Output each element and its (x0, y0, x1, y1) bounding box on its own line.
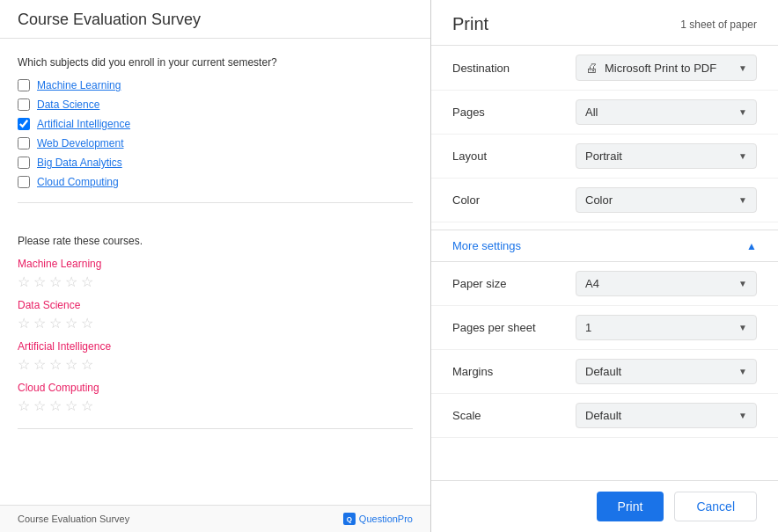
star-1[interactable]: ☆ (18, 273, 30, 290)
checkbox-wd-label[interactable]: Web Development (37, 137, 124, 149)
checkbox-cloud: Cloud Computing (18, 176, 413, 188)
survey-content: Which subjects did you enroll in your cu… (0, 39, 430, 505)
margins-label: Margins (452, 365, 576, 378)
destination-select-wrapper: 🖨 Microsoft Print to PDF ▼ (576, 55, 757, 81)
print-sheet-info: 1 sheet of paper (680, 18, 757, 31)
margins-select-wrapper: Default ▼ (576, 359, 757, 384)
rating-cc: Cloud Computing ☆ ☆ ☆ ☆ ☆ (18, 382, 413, 414)
star-3[interactable]: ☆ (49, 273, 62, 290)
print-header: Print 1 sheet of paper (431, 0, 778, 46)
checkbox-bd-input[interactable] (18, 157, 30, 169)
color-select-wrapper: Color ▼ (576, 187, 757, 213)
layout-select-wrapper: Portrait ▼ (576, 143, 757, 169)
pages-select[interactable]: All ▼ (576, 99, 757, 125)
checkbox-ai: Artificial Intelligence (18, 118, 413, 130)
margins-value: Default (585, 365, 621, 378)
pages-value: All (585, 106, 598, 119)
checkbox-cc-input[interactable] (18, 176, 30, 188)
scale-select[interactable]: Default ▼ (576, 403, 757, 428)
checkbox-ai-label[interactable]: Artificial Intelligence (37, 118, 130, 130)
checkbox-ds-label[interactable]: Data Science (37, 98, 99, 111)
star-3[interactable]: ☆ (49, 356, 62, 373)
course-name-ml: Machine Learning (18, 258, 413, 270)
star-1[interactable]: ☆ (18, 397, 30, 414)
paper-size-select[interactable]: A4 ▼ (576, 271, 757, 296)
checkbox-ml-label[interactable]: Machine Learning (37, 79, 121, 91)
star-1[interactable]: ☆ (18, 315, 30, 332)
rating-ds: Data Science ☆ ☆ ☆ ☆ ☆ (18, 299, 413, 332)
scale-select-wrapper: Default ▼ (576, 403, 757, 428)
color-chevron: ▼ (738, 195, 747, 205)
checkbox-wd-input[interactable] (18, 137, 30, 149)
paper-size-label: Paper size (452, 277, 576, 290)
footer-title: Course Evaluation Survey (18, 514, 129, 524)
star-5[interactable]: ☆ (81, 315, 93, 332)
margins-select[interactable]: Default ▼ (576, 359, 757, 384)
destination-value: Microsoft Print to PDF (605, 62, 716, 75)
print-row-paper-size: Paper size A4 ▼ (431, 262, 778, 306)
survey-title: Course Evaluation Survey (0, 0, 430, 39)
print-row-layout: Layout Portrait ▼ (431, 135, 778, 179)
checkbox-big-data: Big Data Analytics (18, 157, 413, 169)
print-row-color: Color Color ▼ (431, 179, 778, 222)
layout-select[interactable]: Portrait ▼ (576, 143, 757, 169)
stars-cc[interactable]: ☆ ☆ ☆ ☆ ☆ (18, 397, 413, 414)
course-name-ai: Artificial Intelligence (18, 340, 413, 353)
divider-1 (18, 202, 413, 203)
survey-panel: Course Evaluation Survey Which subjects … (0, 0, 431, 532)
stars-ai[interactable]: ☆ ☆ ☆ ☆ ☆ (18, 356, 413, 373)
checkbox-web-dev: Web Development (18, 137, 413, 149)
checkbox-ml-input[interactable] (18, 79, 30, 91)
pages-per-sheet-value: 1 (585, 321, 591, 334)
footer-logo: Q QuestionPro (343, 513, 413, 525)
print-title: Print (452, 14, 488, 34)
pages-per-sheet-select[interactable]: 1 ▼ (576, 315, 757, 340)
pages-per-sheet-chevron: ▼ (738, 323, 747, 332)
print-row-pages-per-sheet: Pages per sheet 1 ▼ (431, 306, 778, 350)
star-4[interactable]: ☆ (65, 356, 77, 373)
pages-label: Pages (452, 106, 576, 119)
main-container: Course Evaluation Survey Which subjects … (0, 0, 778, 532)
checkbox-ai-input[interactable] (18, 118, 30, 130)
star-5[interactable]: ☆ (81, 356, 93, 373)
stars-ml[interactable]: ☆ ☆ ☆ ☆ ☆ (18, 273, 413, 290)
star-2[interactable]: ☆ (33, 397, 46, 414)
star-3[interactable]: ☆ (49, 397, 62, 414)
print-settings-scroll[interactable]: Print 1 sheet of paper Destination 🖨 Mic… (431, 0, 778, 480)
scale-value: Default (585, 409, 621, 422)
star-5[interactable]: ☆ (81, 273, 93, 290)
star-4[interactable]: ☆ (65, 273, 77, 290)
print-button[interactable]: Print (597, 492, 664, 521)
print-row-destination: Destination 🖨 Microsoft Print to PDF ▼ (431, 46, 778, 91)
course-name-ds: Data Science (18, 299, 413, 311)
star-5[interactable]: ☆ (81, 397, 93, 414)
question-2: Please rate these courses. (18, 235, 413, 247)
star-1[interactable]: ☆ (18, 356, 30, 373)
print-panel: Print 1 sheet of paper Destination 🖨 Mic… (431, 0, 778, 532)
checkbox-bd-label[interactable]: Big Data Analytics (37, 157, 122, 169)
checkbox-ds-input[interactable] (18, 98, 30, 111)
rating-ai: Artificial Intelligence ☆ ☆ ☆ ☆ ☆ (18, 340, 413, 373)
stars-ds[interactable]: ☆ ☆ ☆ ☆ ☆ (18, 315, 413, 332)
checkbox-machine-learning: Machine Learning (18, 79, 413, 91)
scale-chevron: ▼ (738, 411, 747, 420)
paper-size-chevron: ▼ (738, 279, 747, 288)
more-settings-chevron-icon: ▲ (746, 240, 757, 252)
star-3[interactable]: ☆ (49, 315, 62, 332)
star-2[interactable]: ☆ (33, 315, 46, 332)
destination-select[interactable]: 🖨 Microsoft Print to PDF ▼ (576, 55, 757, 81)
star-4[interactable]: ☆ (65, 315, 77, 332)
pages-select-wrapper: All ▼ (576, 99, 757, 125)
color-select[interactable]: Color ▼ (576, 187, 757, 213)
pages-per-sheet-label: Pages per sheet (452, 321, 576, 334)
pages-chevron: ▼ (738, 107, 747, 117)
star-2[interactable]: ☆ (33, 356, 46, 373)
star-4[interactable]: ☆ (65, 397, 77, 414)
star-2[interactable]: ☆ (33, 273, 46, 290)
cancel-button[interactable]: Cancel (674, 492, 757, 521)
destination-value-row: 🖨 Microsoft Print to PDF (585, 61, 733, 75)
more-settings-toggle[interactable]: More settings ▲ (431, 230, 778, 262)
print-footer: Print Cancel (431, 480, 778, 532)
checkbox-data-science: Data Science (18, 98, 413, 111)
checkbox-cc-label[interactable]: Cloud Computing (37, 176, 119, 188)
